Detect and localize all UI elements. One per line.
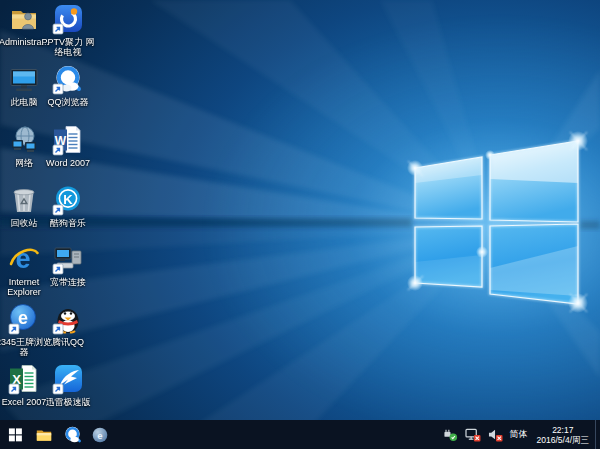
clock-time: 22:17: [552, 425, 573, 435]
qq-browser-icon: [63, 425, 82, 444]
safely-remove-hardware-icon[interactable]: [443, 428, 458, 442]
start-button[interactable]: [0, 420, 30, 449]
svg-text:K: K: [63, 192, 73, 207]
taskbar-file-explorer-button[interactable]: [30, 420, 58, 449]
volume-muted-icon[interactable]: [488, 428, 503, 442]
excel-icon: X: [8, 363, 40, 395]
desktop-icon-recycle-bin[interactable]: 回收站: [0, 184, 48, 242]
desktop-icon-excel-2007[interactable]: X Excel 2007: [0, 363, 48, 421]
svg-text:e: e: [15, 244, 30, 274]
network-globe-icon: [8, 124, 40, 156]
desktop-icon-internet-explorer[interactable]: e Internet Explorer: [0, 243, 48, 301]
desktop-icon-tencent-qq[interactable]: 腾讯QQ: [44, 303, 92, 361]
broadband-icon: [52, 243, 84, 275]
desktop-icon-label: PPTV聚力 网络电视: [39, 37, 97, 57]
desktop-icon-label: QQ浏览器: [39, 97, 97, 107]
clock-date: 2016/5/4/周三: [537, 435, 589, 445]
desktop-icon-network[interactable]: 网络: [0, 124, 48, 182]
word-icon: W: [52, 124, 84, 156]
network-disconnected-icon[interactable]: [465, 428, 481, 442]
desktop-icon-thunder-speed[interactable]: 迅雷极速版: [44, 363, 92, 421]
pptv-icon: [52, 3, 84, 35]
desktop-icon-this-pc[interactable]: 此电脑: [0, 63, 48, 121]
recycle-bin-icon: [8, 184, 40, 216]
desktop-icon-kugou-music[interactable]: K 酷狗音乐: [44, 184, 92, 242]
windows-logo-icon: [8, 427, 23, 442]
desktop-icon-word-2007[interactable]: W Word 2007: [44, 124, 92, 182]
qq-penguin-icon: [52, 303, 84, 335]
2345-browser-icon: e: [91, 426, 109, 444]
qq-browser-icon: [52, 63, 84, 95]
file-explorer-icon: [35, 426, 53, 444]
svg-text:e: e: [97, 429, 102, 440]
taskbar-clock[interactable]: 22:17 2016/5/4/周三: [535, 425, 591, 445]
svg-text:e: e: [18, 308, 28, 328]
desktop-icon-broadband-connection[interactable]: 宽带连接: [44, 243, 92, 301]
windows-desktop: Administra... 此电脑 网络: [0, 0, 600, 449]
kugou-icon: K: [52, 184, 84, 216]
desktop-icon-qq-browser[interactable]: QQ浏览器: [44, 63, 92, 121]
desktop-icon-label: Word 2007: [39, 158, 97, 168]
desktop-icon-label: 腾讯QQ: [39, 337, 97, 347]
desktop-icon-label: 宽带连接: [39, 277, 97, 287]
taskbar-qq-browser-button[interactable]: [58, 420, 86, 449]
language-indicator[interactable]: 简体: [510, 428, 528, 441]
system-tray: 简体 22:17 2016/5/4/周三: [439, 420, 595, 449]
monitor-icon: [8, 63, 40, 95]
taskbar: e: [0, 420, 600, 449]
thunder-bird-icon: [52, 363, 84, 395]
desktop-icon-pptv[interactable]: PPTV聚力 网络电视: [44, 3, 92, 61]
desktop-icon-2345-browser[interactable]: e 2345王牌浏览器: [0, 303, 48, 361]
show-desktop-button[interactable]: [595, 420, 600, 449]
desktop-icon-label: 迅雷极速版: [39, 397, 97, 407]
internet-explorer-icon: e: [8, 243, 40, 275]
2345-browser-icon: e: [8, 303, 40, 335]
desktop-icon-label: 酷狗音乐: [39, 218, 97, 228]
user-folder-icon: [8, 3, 40, 35]
taskbar-2345-browser-button[interactable]: e: [86, 420, 114, 449]
